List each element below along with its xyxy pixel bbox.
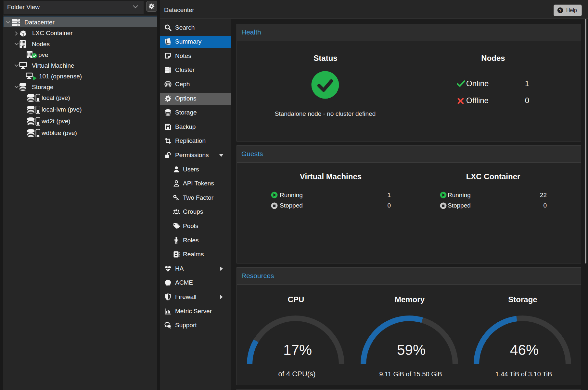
svg-text:?: ? [559,8,561,13]
